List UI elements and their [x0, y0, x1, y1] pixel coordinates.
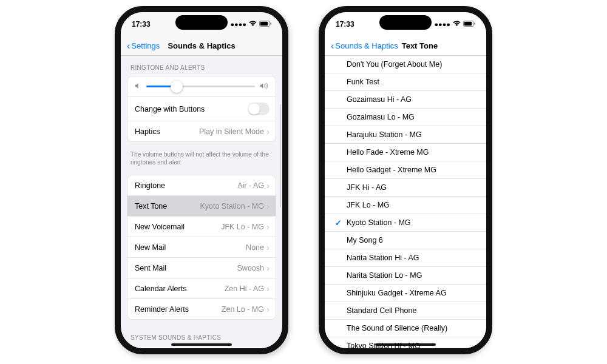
- back-label: Settings: [131, 41, 160, 50]
- page-title: Text Tone: [402, 41, 438, 50]
- tone-row[interactable]: Gozaimasu Hi - AG: [325, 91, 486, 109]
- checkmark-icon: ✓: [332, 218, 344, 228]
- signal-icon: ●●●●: [434, 21, 450, 28]
- tone-name: Gozaimasu Lo - MG: [344, 113, 415, 121]
- chevron-left-icon: ‹: [127, 41, 130, 52]
- section-header-ringtone: RINGTONE AND ALERTS: [121, 56, 282, 73]
- tone-row[interactable]: Tokyo Station Hi - MG: [325, 337, 486, 348]
- tone-name: JFK Lo - MG: [344, 201, 390, 209]
- ringtone-row[interactable]: Ringtone Air - AG›: [127, 175, 276, 196]
- cell-label: Ringtone: [135, 181, 165, 190]
- tone-row[interactable]: ✓Kyoto Station - MG: [325, 214, 486, 232]
- tone-name: Funk Test: [344, 78, 379, 86]
- home-indicator[interactable]: [171, 343, 232, 346]
- scrollbar[interactable]: [280, 104, 281, 207]
- tone-name: Harajuku Station - MG: [344, 130, 422, 139]
- svg-rect-1: [270, 22, 271, 24]
- dynamic-island: [379, 15, 432, 30]
- back-label: Sounds & Haptics: [335, 41, 398, 50]
- tone-row[interactable]: Funk Test: [325, 73, 486, 91]
- tone-row[interactable]: Standard Cell Phone: [325, 302, 486, 320]
- chevron-right-icon: ›: [266, 243, 270, 252]
- tone-row[interactable]: Shinjuku Gadget - Xtreme AG: [325, 285, 486, 302]
- tone-name: My Song 6: [344, 236, 383, 244]
- tone-name: Hello Gadget - Xtreme MG: [344, 166, 436, 174]
- haptics-row[interactable]: Haptics Play in Silent Mode ›: [127, 121, 276, 141]
- calendar-alerts-row[interactable]: Calendar Alerts Zen Hi - AG›: [127, 278, 276, 299]
- text-tone-row[interactable]: Text Tone Kyoto Station - MG›: [127, 196, 276, 217]
- slider-thumb[interactable]: [171, 81, 183, 93]
- volume-low-icon: [135, 83, 141, 90]
- new-mail-row[interactable]: New Mail None›: [127, 237, 276, 258]
- chevron-right-icon: ›: [266, 222, 270, 231]
- wifi-icon: [453, 21, 461, 28]
- svg-rect-5: [464, 22, 472, 26]
- tone-row[interactable]: My Song 6: [325, 232, 486, 249]
- content-scroll[interactable]: RINGTONE AND ALERTS Change with Buttons: [121, 56, 282, 348]
- tone-name: Standard Cell Phone: [344, 306, 416, 315]
- navbar: ‹ Settings Sounds & Haptics: [121, 36, 282, 56]
- tone-name: Hello Fade - Xtreme MG: [344, 148, 429, 157]
- footer-volume: The volume buttons will not affect the v…: [121, 148, 282, 166]
- chevron-right-icon: ›: [266, 305, 270, 314]
- volume-slider-row: [127, 76, 276, 97]
- cell-value: Play in Silent Mode ›: [199, 127, 270, 136]
- tone-row[interactable]: Harajuku Station - MG: [325, 126, 486, 144]
- chevron-right-icon: ›: [266, 127, 270, 136]
- chevron-right-icon: ›: [266, 201, 270, 211]
- tone-name: Don't You (Forget About Me): [344, 60, 442, 69]
- wifi-icon: [249, 21, 257, 28]
- tone-name: Narita Station Lo - MG: [344, 271, 422, 280]
- tone-row[interactable]: Hello Gadget - Xtreme MG: [325, 161, 486, 179]
- status-icons: ●●●●: [230, 21, 271, 28]
- tone-name: Gozaimasu Hi - AG: [344, 95, 412, 104]
- tone-name: Kyoto Station - MG: [344, 218, 411, 227]
- chevron-left-icon: ‹: [331, 41, 334, 52]
- svg-rect-4: [474, 22, 475, 24]
- sent-mail-row[interactable]: Sent Mail Swoosh›: [127, 258, 276, 278]
- reminder-alerts-row[interactable]: Reminder Alerts Zen Lo - MG›: [127, 299, 276, 319]
- tone-row[interactable]: Don't You (Forget About Me): [325, 56, 486, 73]
- chevron-right-icon: ›: [266, 263, 270, 272]
- keyboard-feedback-row[interactable]: Keyboard Feedback Sound & Haptic›: [127, 346, 276, 348]
- change-with-buttons-row[interactable]: Change with Buttons: [127, 97, 276, 121]
- tone-name: The Sound of Silence (Really): [344, 324, 447, 332]
- battery-icon: [259, 21, 271, 28]
- navbar: ‹ Sounds & Haptics Text Tone: [325, 36, 486, 56]
- status-time: 17:33: [132, 20, 151, 29]
- back-button[interactable]: ‹ Settings: [127, 41, 160, 52]
- tone-row[interactable]: Narita Station Hi - AG: [325, 249, 486, 267]
- phone-text-tone: 17:33 ●●●● ‹ Sounds & Haptics Text Tone …: [319, 6, 492, 354]
- tone-row[interactable]: The Sound of Silence (Really): [325, 320, 486, 337]
- tone-name: Narita Station Hi - AG: [344, 254, 419, 262]
- chevron-right-icon: ›: [266, 181, 270, 190]
- chevron-right-icon: ›: [266, 284, 270, 293]
- section-header-system: SYSTEM SOUNDS & HAPTICS: [121, 326, 282, 343]
- tone-name: JFK Hi - AG: [344, 183, 387, 192]
- group-system: Keyboard Feedback Sound & Haptic› Lock S…: [127, 346, 276, 348]
- status-icons: ●●●●: [434, 21, 475, 28]
- signal-icon: ●●●●: [230, 21, 246, 28]
- tone-row[interactable]: Gozaimasu Lo - MG: [325, 109, 486, 126]
- tone-row[interactable]: Hello Fade - Xtreme MG: [325, 144, 486, 161]
- status-time: 17:33: [336, 20, 354, 29]
- battery-icon: [463, 21, 475, 28]
- change-with-buttons-toggle[interactable]: [248, 103, 270, 115]
- cell-label: Text Tone: [135, 202, 167, 211]
- cell-label: Change with Buttons: [135, 105, 205, 113]
- back-button[interactable]: ‹ Sounds & Haptics: [331, 41, 398, 52]
- volume-slider[interactable]: [146, 86, 255, 87]
- new-voicemail-row[interactable]: New Voicemail JFK Lo - MG›: [127, 217, 276, 237]
- group-tones: Ringtone Air - AG› Text Tone Kyoto Stati…: [127, 175, 276, 320]
- tone-row[interactable]: JFK Hi - AG: [325, 179, 486, 197]
- cell-label: Haptics: [135, 127, 160, 136]
- tone-list[interactable]: Don't You (Forget About Me)Funk TestGoza…: [325, 56, 486, 348]
- tone-name: Shinjuku Gadget - Xtreme AG: [344, 289, 447, 297]
- volume-high-icon: [260, 83, 268, 90]
- phone-sounds-haptics: 17:33 ●●●● ‹ Settings Sounds & Haptics R…: [115, 6, 288, 354]
- group-ringtone-alerts: Change with Buttons Haptics Play in Sile…: [127, 76, 276, 142]
- tone-row[interactable]: JFK Lo - MG: [325, 197, 486, 214]
- tone-row[interactable]: Narita Station Lo - MG: [325, 267, 486, 285]
- svg-rect-2: [260, 22, 268, 26]
- home-indicator[interactable]: [375, 343, 436, 346]
